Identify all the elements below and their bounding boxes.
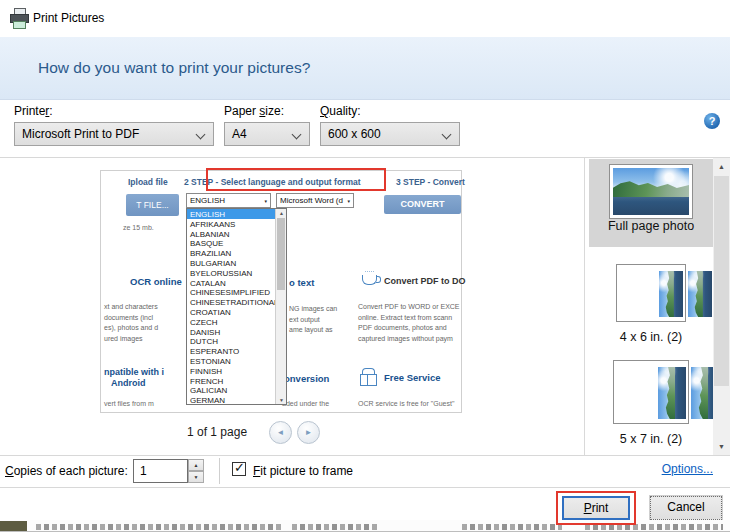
printer-select[interactable]: Microsoft Print to PDF — [14, 122, 214, 146]
quality-label: Quality: — [320, 104, 361, 118]
divider — [584, 158, 585, 455]
layout-option-label: 4 x 6 in. (2) — [589, 330, 713, 344]
text-line: AFRIKAANS — [187, 219, 286, 229]
chevron-down-icon — [442, 130, 452, 140]
header-question: How do you want to print your pictures? — [38, 59, 310, 77]
text-line: FINNISH — [187, 366, 286, 376]
text-line: GERMAN — [187, 395, 286, 405]
paper-size-select[interactable]: A4 — [224, 122, 310, 146]
gift-icon — [360, 374, 377, 386]
text-line: BULGARIAN — [187, 258, 286, 268]
preview-promo-free-service: Free Service — [384, 372, 441, 383]
printer-select-value: Microsoft Print to PDF — [22, 127, 139, 141]
chevron-down-icon — [196, 130, 206, 140]
previous-page-button[interactable]: ◄ — [269, 421, 292, 444]
photo — [659, 271, 683, 317]
layout-option-full-page-photo[interactable]: Full page photo — [589, 159, 713, 247]
text-line: BYELORUSSIAN — [187, 268, 286, 278]
page-status: 1 of 1 page — [187, 425, 247, 439]
divider — [219, 458, 220, 484]
preview-step1-text: Ipload file — [128, 177, 168, 187]
layout-option-4x6[interactable]: 4 x 6 in. (2) — [589, 261, 713, 347]
scroll-down-button[interactable]: ▼ — [713, 438, 730, 455]
preview-feature-to-text: o text — [289, 277, 314, 288]
layout-option-5x7[interactable]: 5 x 7 in. (2) — [589, 357, 713, 447]
cancel-button[interactable]: Cancel — [650, 496, 722, 520]
text-line: xt and characters — [104, 302, 158, 313]
scroll-down-icon: ▼ — [277, 397, 286, 403]
background-artifact-text — [292, 524, 377, 530]
text-line: es), photos and d — [104, 323, 158, 334]
quality-select-value: 600 x 600 — [328, 127, 381, 141]
photo-thumbnail — [613, 168, 689, 215]
text-line: DUTCH — [187, 336, 286, 346]
photo-thumbnail — [658, 367, 686, 419]
next-page-button[interactable]: ► — [297, 421, 320, 444]
text-line: ESTONIAN — [187, 356, 286, 366]
preview-body-col3: Convert PDF to WORD or EXCEonline. Extra… — [358, 302, 460, 344]
language-options: ENGLISHAFRIKAANSALBANIANBASQUEBRAZILIANB… — [187, 209, 286, 405]
sidebar-scrollbar[interactable]: ▲ ▼ — [713, 158, 730, 455]
text-line: BASQUE — [187, 238, 286, 248]
photo — [688, 271, 712, 317]
preview-convert-button: CONVERT — [384, 195, 461, 214]
background-artifact-block — [0, 521, 27, 532]
text-line: online. Extract text from scann — [358, 313, 460, 324]
photo-thumbnail — [688, 271, 712, 317]
preview-language-select: ENGLISH ▾ — [186, 193, 271, 208]
text-line: ext output — [289, 315, 337, 326]
text-line: PDF documents, photos and — [358, 323, 460, 334]
copies-stepper: ▲ ▼ — [188, 459, 204, 483]
scroll-up-button[interactable]: ▲ — [713, 158, 730, 175]
annotation-box-select-language — [206, 168, 386, 191]
scrollbar-thumb[interactable] — [714, 176, 729, 386]
preview-footer2: aded under the — [282, 400, 329, 407]
preview-feature-convert-pdf: Convert PDF to DO — [384, 276, 466, 286]
text-line: CROATIAN — [187, 307, 286, 317]
photo-thumbnail — [659, 271, 683, 317]
text-line: ured images — [104, 334, 158, 345]
text-line: Convert PDF to WORD or EXCE — [358, 302, 460, 313]
previous-arrow-icon: ◄ — [277, 428, 285, 437]
options-link[interactable]: Options... — [662, 462, 713, 476]
preview-body-col2: NG images canext outputame layout as — [289, 304, 337, 336]
text-line: captured images without paym — [358, 334, 460, 345]
preview-footer3: OCR service is free for "Guest" — [358, 400, 454, 407]
text-line: ESPERANTO — [187, 346, 286, 356]
print-pictures-dialog: Print Pictures How do you want to print … — [0, 0, 730, 532]
window-title: Print Pictures — [33, 11, 104, 25]
text-line: DANISH — [187, 327, 286, 337]
text-line: BRAZILIAN — [187, 248, 286, 258]
checkmark-icon: ✓ — [234, 460, 245, 475]
text-line: CHINESESIMPLIFIED — [187, 287, 286, 297]
select-arrow-icon: ▾ — [264, 198, 267, 204]
next-arrow-icon: ► — [305, 428, 313, 437]
stepper-down-button[interactable]: ▼ — [188, 471, 204, 483]
photo — [658, 367, 686, 419]
layout-thumbnail-frame — [613, 360, 689, 424]
stepper-up-button[interactable]: ▲ — [188, 459, 204, 471]
chevron-down-icon — [292, 130, 302, 140]
copies-input[interactable]: 1 — [133, 459, 188, 483]
text-line: GALICIAN — [187, 385, 286, 395]
preview-promo-conversion: onversion — [284, 373, 329, 384]
text-line: ame layout as — [289, 325, 337, 336]
text-line: documents (incl — [104, 313, 158, 324]
text-line: NG images can — [289, 304, 337, 315]
copies-label: Copies of each picture: — [5, 464, 128, 478]
fit-picture-label[interactable]: Fit picture to frame — [253, 464, 353, 478]
preview-promo-compatible: npatible with i — [104, 367, 164, 377]
quality-select[interactable]: 600 x 600 — [320, 122, 460, 146]
text-line: CHINESETRADITIONAL — [187, 297, 286, 307]
fit-checkbox[interactable]: ✓ — [232, 462, 246, 476]
select-arrow-icon: ▾ — [347, 198, 350, 204]
separator — [0, 455, 730, 456]
help-button[interactable]: ? — [704, 113, 720, 129]
header-band: How do you want to print your pictures? — [0, 37, 730, 100]
preview-step3-text: 3 STEP - Convert — [396, 177, 465, 187]
title-bar: Print Pictures — [0, 0, 730, 37]
preview-format-select: Microsoft Word (d ▾ — [276, 193, 354, 208]
background-artifact-text — [462, 524, 562, 530]
preview-feature-ocr-online: OCR online — [130, 276, 182, 287]
printer-label: Printer: — [14, 104, 53, 118]
